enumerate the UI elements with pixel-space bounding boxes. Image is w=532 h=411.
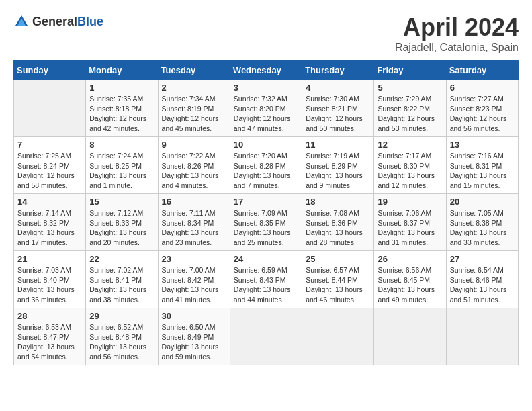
day-info: Sunrise: 7:24 AM Sunset: 8:25 PM Dayligh…	[89, 151, 154, 191]
day-number: 29	[89, 311, 154, 321]
day-cell: 11Sunrise: 7:19 AM Sunset: 8:29 PM Dayli…	[302, 137, 374, 194]
day-info: Sunrise: 7:34 AM Sunset: 8:19 PM Dayligh…	[162, 94, 226, 134]
day-number: 30	[162, 311, 226, 321]
day-info: Sunrise: 6:53 AM Sunset: 8:47 PM Dayligh…	[17, 322, 82, 362]
day-number: 23	[162, 254, 226, 264]
weekday-header-sunday: Sunday	[14, 61, 86, 80]
day-cell: 17Sunrise: 7:09 AM Sunset: 8:35 PM Dayli…	[230, 194, 302, 251]
day-number: 27	[450, 254, 515, 264]
logo-icon	[13, 13, 30, 30]
day-cell: 26Sunrise: 6:56 AM Sunset: 8:45 PM Dayli…	[374, 251, 446, 308]
logo-blue: Blue	[77, 15, 103, 28]
day-info: Sunrise: 7:08 AM Sunset: 8:36 PM Dayligh…	[306, 208, 370, 248]
title-block: April 2024 Rajadell, Catalonia, Spain	[395, 13, 519, 54]
day-cell: 5Sunrise: 7:29 AM Sunset: 8:22 PM Daylig…	[374, 80, 446, 137]
day-info: Sunrise: 7:03 AM Sunset: 8:40 PM Dayligh…	[17, 265, 82, 305]
day-info: Sunrise: 7:12 AM Sunset: 8:33 PM Dayligh…	[89, 208, 154, 248]
day-cell: 15Sunrise: 7:12 AM Sunset: 8:33 PM Dayli…	[86, 194, 158, 251]
day-number: 18	[306, 197, 370, 207]
day-info: Sunrise: 6:56 AM Sunset: 8:45 PM Dayligh…	[378, 265, 442, 305]
day-info: Sunrise: 7:35 AM Sunset: 8:18 PM Dayligh…	[89, 94, 154, 134]
day-cell: 14Sunrise: 7:14 AM Sunset: 8:32 PM Dayli…	[14, 194, 86, 251]
day-cell: 9Sunrise: 7:22 AM Sunset: 8:26 PM Daylig…	[158, 137, 230, 194]
day-info: Sunrise: 7:22 AM Sunset: 8:26 PM Dayligh…	[162, 151, 226, 191]
day-number: 24	[234, 254, 298, 264]
day-info: Sunrise: 7:09 AM Sunset: 8:35 PM Dayligh…	[234, 208, 298, 248]
week-row-3: 14Sunrise: 7:14 AM Sunset: 8:32 PM Dayli…	[14, 194, 519, 251]
day-cell	[374, 308, 446, 365]
day-cell: 6Sunrise: 7:27 AM Sunset: 8:23 PM Daylig…	[446, 80, 518, 137]
page-header: GeneralBlue April 2024 Rajadell, Catalon…	[13, 13, 519, 54]
week-row-5: 28Sunrise: 6:53 AM Sunset: 8:47 PM Dayli…	[14, 308, 519, 365]
day-cell: 13Sunrise: 7:16 AM Sunset: 8:31 PM Dayli…	[446, 137, 518, 194]
week-row-2: 7Sunrise: 7:25 AM Sunset: 8:24 PM Daylig…	[14, 137, 519, 194]
day-cell: 18Sunrise: 7:08 AM Sunset: 8:36 PM Dayli…	[302, 194, 374, 251]
day-cell: 29Sunrise: 6:52 AM Sunset: 8:48 PM Dayli…	[86, 308, 158, 365]
day-info: Sunrise: 7:32 AM Sunset: 8:20 PM Dayligh…	[234, 94, 298, 134]
day-info: Sunrise: 7:27 AM Sunset: 8:23 PM Dayligh…	[450, 94, 515, 134]
location-title: Rajadell, Catalonia, Spain	[395, 42, 519, 54]
weekday-header-tuesday: Tuesday	[158, 61, 230, 80]
day-number: 9	[162, 140, 226, 150]
day-cell: 22Sunrise: 7:02 AM Sunset: 8:41 PM Dayli…	[86, 251, 158, 308]
day-cell: 21Sunrise: 7:03 AM Sunset: 8:40 PM Dayli…	[14, 251, 86, 308]
weekday-header-friday: Friday	[374, 61, 446, 80]
day-number: 20	[450, 197, 515, 207]
day-cell: 23Sunrise: 7:00 AM Sunset: 8:42 PM Dayli…	[158, 251, 230, 308]
day-number: 15	[89, 197, 154, 207]
day-cell: 25Sunrise: 6:57 AM Sunset: 8:44 PM Dayli…	[302, 251, 374, 308]
weekday-header-row: SundayMondayTuesdayWednesdayThursdayFrid…	[14, 61, 519, 80]
day-cell: 19Sunrise: 7:06 AM Sunset: 8:37 PM Dayli…	[374, 194, 446, 251]
weekday-header-monday: Monday	[86, 61, 158, 80]
day-cell: 20Sunrise: 7:05 AM Sunset: 8:38 PM Dayli…	[446, 194, 518, 251]
day-number: 16	[162, 197, 226, 207]
day-info: Sunrise: 7:16 AM Sunset: 8:31 PM Dayligh…	[450, 151, 515, 191]
day-info: Sunrise: 6:54 AM Sunset: 8:46 PM Dayligh…	[450, 265, 515, 305]
day-cell	[446, 308, 518, 365]
logo: GeneralBlue	[13, 13, 103, 30]
day-cell	[302, 308, 374, 365]
day-number: 25	[306, 254, 370, 264]
day-cell: 2Sunrise: 7:34 AM Sunset: 8:19 PM Daylig…	[158, 80, 230, 137]
day-cell: 1Sunrise: 7:35 AM Sunset: 8:18 PM Daylig…	[86, 80, 158, 137]
day-info: Sunrise: 7:25 AM Sunset: 8:24 PM Dayligh…	[17, 151, 82, 191]
day-info: Sunrise: 7:02 AM Sunset: 8:41 PM Dayligh…	[89, 265, 154, 305]
day-number: 2	[162, 83, 226, 93]
day-cell	[14, 80, 86, 137]
day-info: Sunrise: 7:00 AM Sunset: 8:42 PM Dayligh…	[162, 265, 226, 305]
day-info: Sunrise: 7:20 AM Sunset: 8:28 PM Dayligh…	[234, 151, 298, 191]
day-cell: 27Sunrise: 6:54 AM Sunset: 8:46 PM Dayli…	[446, 251, 518, 308]
day-number: 11	[306, 140, 370, 150]
day-cell: 16Sunrise: 7:11 AM Sunset: 8:34 PM Dayli…	[158, 194, 230, 251]
day-cell: 10Sunrise: 7:20 AM Sunset: 8:28 PM Dayli…	[230, 137, 302, 194]
day-number: 14	[17, 197, 82, 207]
day-cell: 4Sunrise: 7:30 AM Sunset: 8:21 PM Daylig…	[302, 80, 374, 137]
day-info: Sunrise: 7:11 AM Sunset: 8:34 PM Dayligh…	[162, 208, 226, 248]
day-number: 7	[17, 140, 82, 150]
day-info: Sunrise: 7:06 AM Sunset: 8:37 PM Dayligh…	[378, 208, 442, 248]
day-number: 13	[450, 140, 515, 150]
day-info: Sunrise: 7:30 AM Sunset: 8:21 PM Dayligh…	[306, 94, 370, 134]
day-number: 5	[378, 83, 442, 93]
logo-general: General	[32, 15, 77, 28]
week-row-1: 1Sunrise: 7:35 AM Sunset: 8:18 PM Daylig…	[14, 80, 519, 137]
day-number: 8	[89, 140, 154, 150]
day-info: Sunrise: 7:17 AM Sunset: 8:30 PM Dayligh…	[378, 151, 442, 191]
day-cell: 24Sunrise: 6:59 AM Sunset: 8:43 PM Dayli…	[230, 251, 302, 308]
day-number: 21	[17, 254, 82, 264]
day-number: 4	[306, 83, 370, 93]
month-title: April 2024	[395, 13, 519, 42]
day-cell: 7Sunrise: 7:25 AM Sunset: 8:24 PM Daylig…	[14, 137, 86, 194]
calendar-table: SundayMondayTuesdayWednesdayThursdayFrid…	[13, 60, 519, 365]
day-number: 19	[378, 197, 442, 207]
day-number: 10	[234, 140, 298, 150]
week-row-4: 21Sunrise: 7:03 AM Sunset: 8:40 PM Dayli…	[14, 251, 519, 308]
day-cell: 12Sunrise: 7:17 AM Sunset: 8:30 PM Dayli…	[374, 137, 446, 194]
day-number: 28	[17, 311, 82, 321]
weekday-header-thursday: Thursday	[302, 61, 374, 80]
day-info: Sunrise: 7:14 AM Sunset: 8:32 PM Dayligh…	[17, 208, 82, 248]
day-number: 26	[378, 254, 442, 264]
day-cell: 28Sunrise: 6:53 AM Sunset: 8:47 PM Dayli…	[14, 308, 86, 365]
day-info: Sunrise: 6:50 AM Sunset: 8:49 PM Dayligh…	[162, 322, 226, 362]
day-info: Sunrise: 7:29 AM Sunset: 8:22 PM Dayligh…	[378, 94, 442, 134]
